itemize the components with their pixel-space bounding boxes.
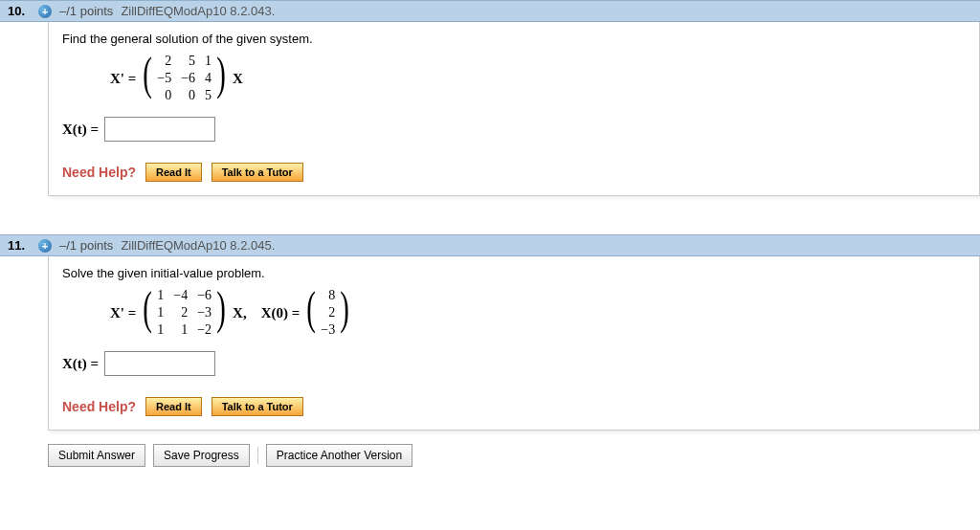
answer-row: X(t) = bbox=[62, 351, 966, 376]
coefficient-matrix: ( 1 −4 −6 1 2 −3 1 1 −2 ) bbox=[140, 288, 229, 338]
question-header: 11. + –/1 points ZillDiffEQModAp10 8.2.0… bbox=[0, 234, 980, 256]
question-11: 11. + –/1 points ZillDiffEQModAp10 8.2.0… bbox=[0, 234, 980, 467]
question-prompt: Find the general solution of the given s… bbox=[62, 32, 966, 46]
answer-input[interactable] bbox=[104, 351, 215, 376]
right-paren-icon: ) bbox=[340, 288, 349, 338]
source-label: ZillDiffEQModAp10 8.2.045. bbox=[121, 238, 275, 253]
question-number: 11. bbox=[8, 238, 31, 253]
equation-row: X' = ( 2 5 1 −5 −6 4 0 0 5 ) X bbox=[110, 54, 966, 103]
action-row: Submit Answer Save Progress Practice Ano… bbox=[48, 444, 980, 467]
initial-vector: ( 8 2 −3 ) bbox=[303, 288, 352, 338]
right-paren-icon: ) bbox=[216, 54, 226, 103]
points-label: –/1 points bbox=[59, 4, 113, 18]
save-progress-button[interactable]: Save Progress bbox=[153, 444, 250, 467]
right-paren-icon: ) bbox=[216, 288, 226, 338]
source-label: ZillDiffEQModAp10 8.2.043. bbox=[121, 4, 275, 18]
answer-row: X(t) = bbox=[62, 117, 966, 142]
answer-label: X(t) = bbox=[62, 121, 99, 138]
talk-tutor-button[interactable]: Talk to a Tutor bbox=[212, 397, 303, 416]
question-number: 10. bbox=[8, 4, 31, 18]
question-10: 10. + –/1 points ZillDiffEQModAp10 8.2.0… bbox=[0, 0, 980, 196]
points-label: –/1 points bbox=[59, 238, 113, 253]
question-prompt: Solve the given initial-value problem. bbox=[62, 266, 966, 280]
practice-another-button[interactable]: Practice Another Version bbox=[266, 444, 412, 467]
left-paren-icon: ( bbox=[144, 54, 153, 103]
question-body: Find the general solution of the given s… bbox=[48, 22, 980, 196]
expand-icon[interactable]: + bbox=[38, 239, 52, 253]
initial-condition-label: X, X(0) = bbox=[233, 305, 300, 321]
question-body: Solve the given initial-value problem. X… bbox=[48, 256, 980, 431]
expand-icon[interactable]: + bbox=[38, 5, 52, 18]
x-prime-label: X' = bbox=[110, 71, 136, 87]
read-it-button[interactable]: Read It bbox=[145, 163, 202, 182]
question-header: 10. + –/1 points ZillDiffEQModAp10 8.2.0… bbox=[0, 0, 980, 22]
read-it-button[interactable]: Read It bbox=[145, 397, 202, 416]
answer-input[interactable] bbox=[104, 117, 215, 142]
x-prime-label: X' = bbox=[110, 305, 136, 321]
help-row: Need Help? Read It Talk to a Tutor bbox=[62, 157, 966, 182]
left-paren-icon: ( bbox=[144, 288, 153, 338]
submit-answer-button[interactable]: Submit Answer bbox=[48, 444, 145, 467]
need-help-label: Need Help? bbox=[62, 399, 136, 414]
divider-icon bbox=[257, 447, 258, 464]
equation-row: X' = ( 1 −4 −6 1 2 −3 1 1 −2 ) X, X(0) = bbox=[110, 288, 966, 338]
help-row: Need Help? Read It Talk to a Tutor bbox=[62, 391, 966, 416]
left-paren-icon: ( bbox=[306, 288, 316, 338]
coefficient-matrix: ( 2 5 1 −5 −6 4 0 0 5 ) bbox=[140, 54, 229, 103]
need-help-label: Need Help? bbox=[62, 165, 136, 180]
talk-tutor-button[interactable]: Talk to a Tutor bbox=[212, 163, 303, 182]
x-label: X bbox=[233, 71, 243, 87]
answer-label: X(t) = bbox=[62, 356, 99, 372]
